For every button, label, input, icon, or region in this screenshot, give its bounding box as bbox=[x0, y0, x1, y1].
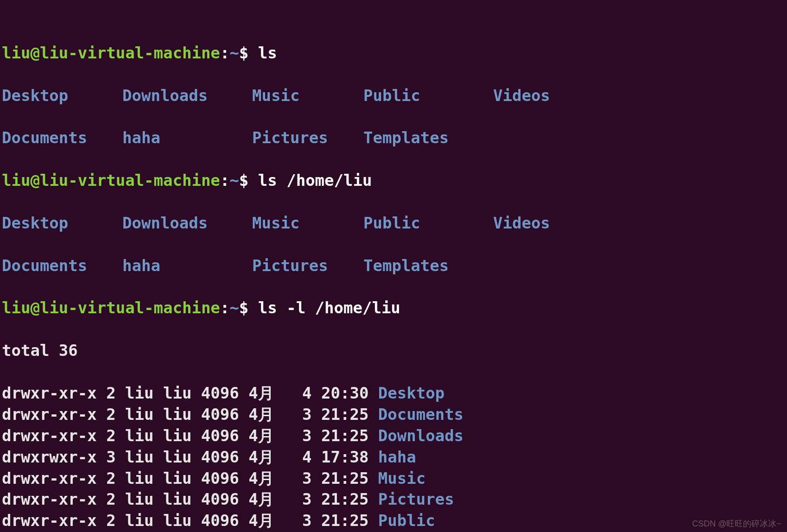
ls-long-total: total 36 bbox=[2, 340, 787, 361]
prompt-dollar: $ bbox=[239, 44, 248, 62]
ls-long-row: drwxr-xr-x 2 liu liu 4096 4月 3 21:25 Dow… bbox=[2, 425, 787, 447]
dir-entry: Downloads bbox=[122, 85, 252, 107]
dir-entry: haha bbox=[122, 255, 252, 277]
prompt-at: @ bbox=[30, 298, 39, 317]
prompt-host: liu-virtual-machine bbox=[40, 44, 220, 62]
dir-entry: Downloads bbox=[122, 213, 252, 234]
dir-entry: Public bbox=[363, 213, 493, 234]
ls-long-name: Public bbox=[378, 511, 435, 530]
terminal[interactable]: liu@liu-virtual-machine:~$ ls DesktopDow… bbox=[0, 0, 787, 532]
prompt-line-1: liu@liu-virtual-machine:~$ ls bbox=[2, 43, 787, 64]
ls-output-row-2: DocumentshahaPicturesTemplates bbox=[2, 127, 787, 149]
dir-entry: Music bbox=[252, 85, 363, 107]
dir-entry: Templates bbox=[363, 127, 493, 149]
prompt-cwd: ~ bbox=[229, 171, 239, 190]
ls-long-name: Music bbox=[378, 469, 425, 488]
prompt-at: @ bbox=[30, 171, 39, 190]
ls-output-row-4: DocumentshahaPicturesTemplates bbox=[2, 255, 787, 277]
ls-long-details: drwxr-xr-x 2 liu liu 4096 4月 3 21:25 bbox=[2, 490, 378, 508]
prompt-host: liu-virtual-machine bbox=[40, 171, 220, 190]
prompt-colon: : bbox=[220, 171, 229, 190]
ls-long-details: drwxrwxr-x 3 liu liu 4096 4月 4 17:38 bbox=[2, 448, 378, 466]
dir-entry: Documents bbox=[2, 127, 122, 149]
ls-long-name: Downloads bbox=[378, 426, 463, 445]
ls-long-details: drwxr-xr-x 2 liu liu 4096 4月 3 21:25 bbox=[2, 469, 378, 488]
prompt-dollar: $ bbox=[239, 298, 248, 317]
prompt-line-3: liu@liu-virtual-machine:~$ ls -l /home/l… bbox=[2, 298, 787, 319]
ls-long-name: Documents bbox=[378, 405, 463, 424]
ls-long-row: drwxr-xr-x 2 liu liu 4096 4月 4 20:30 Des… bbox=[2, 383, 787, 404]
prompt-user: liu bbox=[2, 298, 30, 317]
prompt-host: liu-virtual-machine bbox=[40, 298, 220, 317]
ls-long-row: drwxr-xr-x 2 liu liu 4096 4月 3 21:25 Mus… bbox=[2, 468, 787, 489]
ls-long-row: drwxrwxr-x 3 liu liu 4096 4月 4 17:38 hah… bbox=[2, 447, 787, 468]
ls-output-row-1: DesktopDownloadsMusicPublicVideos bbox=[2, 85, 787, 107]
ls-long-row: drwxr-xr-x 2 liu liu 4096 4月 3 21:25 Pic… bbox=[2, 489, 787, 510]
ls-long-details: drwxr-xr-x 2 liu liu 4096 4月 3 21:25 bbox=[2, 511, 378, 530]
command-text-3: ls -l /home/liu bbox=[258, 298, 400, 317]
ls-long-details: drwxr-xr-x 2 liu liu 4096 4月 3 21:25 bbox=[2, 426, 378, 445]
ls-long-row: drwxr-xr-x 2 liu liu 4096 4月 3 21:25 Pub… bbox=[2, 510, 787, 532]
dir-entry: Pictures bbox=[252, 127, 363, 149]
ls-long-details: drwxr-xr-x 2 liu liu 4096 4月 4 20:30 bbox=[2, 384, 378, 402]
dir-entry: Videos bbox=[493, 85, 586, 107]
prompt-cwd: ~ bbox=[229, 44, 239, 62]
dir-entry: Public bbox=[363, 85, 493, 107]
command-text-1: ls bbox=[258, 44, 277, 62]
command-text-2: ls /home/liu bbox=[258, 171, 372, 190]
dir-entry: Templates bbox=[363, 255, 493, 277]
prompt-line-2: liu@liu-virtual-machine:~$ ls /home/liu bbox=[2, 170, 787, 191]
ls-long-output: drwxr-xr-x 2 liu liu 4096 4月 4 20:30 Des… bbox=[2, 383, 787, 532]
ls-long-name: Desktop bbox=[378, 384, 444, 402]
ls-long-row: drwxr-xr-x 2 liu liu 4096 4月 3 21:25 Doc… bbox=[2, 404, 787, 425]
dir-entry: haha bbox=[122, 127, 252, 149]
prompt-cwd: ~ bbox=[229, 298, 239, 317]
watermark: CSDN @旺旺的碎冰冰~ bbox=[692, 518, 781, 529]
prompt-colon: : bbox=[220, 298, 229, 317]
ls-output-row-3: DesktopDownloadsMusicPublicVideos bbox=[2, 213, 787, 234]
dir-entry: Videos bbox=[493, 213, 586, 234]
dir-entry: Music bbox=[252, 213, 363, 234]
prompt-dollar: $ bbox=[239, 171, 248, 190]
ls-long-name: haha bbox=[378, 448, 416, 466]
dir-entry: Desktop bbox=[2, 85, 122, 107]
prompt-at: @ bbox=[30, 44, 39, 62]
dir-entry: Documents bbox=[2, 255, 122, 277]
ls-long-name: Pictures bbox=[378, 490, 454, 508]
command-ls bbox=[248, 44, 258, 62]
prompt-colon: : bbox=[220, 44, 229, 62]
dir-entry: Pictures bbox=[252, 255, 363, 277]
prompt-user: liu bbox=[2, 171, 30, 190]
dir-entry: Desktop bbox=[2, 213, 122, 234]
ls-long-details: drwxr-xr-x 2 liu liu 4096 4月 3 21:25 bbox=[2, 405, 378, 424]
prompt-user: liu bbox=[2, 44, 30, 62]
